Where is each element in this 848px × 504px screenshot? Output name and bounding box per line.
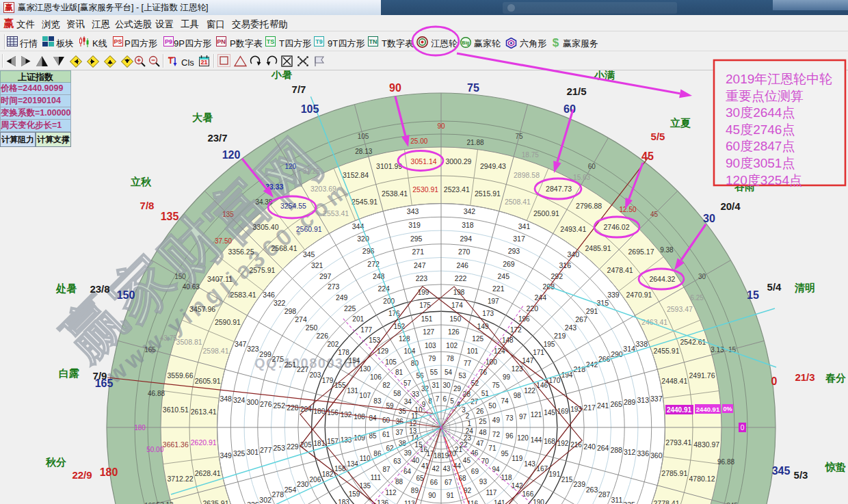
svg-text:重要点位测算: 重要点位测算 <box>726 89 804 103</box>
svg-text:120度3254点: 120度3254点 <box>726 173 802 187</box>
svg-text:45度2746点: 45度2746点 <box>726 122 795 137</box>
svg-text:90度3051点: 90度3051点 <box>726 156 795 170</box>
svg-text:2019年江恩轮中轮: 2019年江恩轮中轮 <box>726 72 832 86</box>
svg-text:30度2644点: 30度2644点 <box>726 105 795 120</box>
svg-text:60度2847点: 60度2847点 <box>726 139 795 153</box>
